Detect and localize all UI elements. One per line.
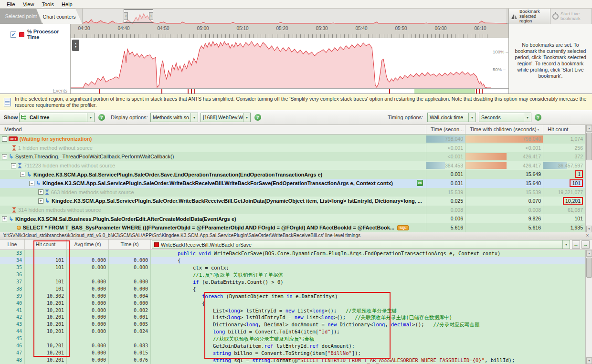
code-line[interactable]: 381010.0000.000{ [0, 286, 585, 293]
show-dropdown-arrow-icon[interactable]: ▼ [87, 113, 94, 122]
code-line[interactable]: 4810,2010.0000.076string sql = string.Fo… [0, 357, 585, 364]
expand-icon[interactable]: + [38, 189, 43, 195]
call-tree-row[interactable]: +↳Kingdee.K3.SCM.Sal.Business.PlugIn.Sal… [0, 214, 585, 223]
source-scroll-up-icon[interactable]: ▲ [586, 250, 592, 257]
bookmark-selected-region-button[interactable]: Bookmark selected region [509, 9, 550, 24]
source-column-header-line[interactable]: Line [0, 239, 25, 250]
line-number: 40 [0, 300, 25, 307]
code-line[interactable]: 371010.0000.000if (e.DataEntitys.Count()… [0, 279, 585, 286]
line-number: 39 [0, 293, 25, 300]
selection-right-handle[interactable]: › [149, 12, 153, 20]
code-line[interactable]: 33public void WriteBackForSave(BOS.Core.… [0, 250, 585, 257]
timeline-overview[interactable]: ‹ › [82, 9, 506, 24]
tab-chart-counters[interactable]: Chart counters [36, 9, 82, 24]
call-tree-row[interactable]: −↳Kingdee.K3.SCM.App.Sal.ServicePlugIn.S… [0, 179, 585, 188]
timing-unit-value: Seconds [479, 114, 524, 120]
code-line[interactable]: 4610,2010.0000.083GetJoinData(item,ref l… [0, 343, 585, 350]
method-selector-dropdown[interactable]: WriteBackReceiveBill.WriteBackForSave ▼ [152, 240, 570, 249]
annotation-box-hit-value: 1 [575, 170, 583, 178]
display-methods-arrow-icon[interactable]: ▼ [190, 113, 198, 122]
code-line[interactable]: 36//1.反写收款单 关联销售订单子单据体 [0, 271, 585, 279]
menu-help[interactable]: Help [58, 1, 76, 8]
timing-unit-arrow-icon[interactable]: ▼ [524, 113, 531, 122]
show-dropdown[interactable]: Call tree ▼ [19, 113, 95, 122]
sort-descending-icon: ▼ [537, 126, 540, 131]
code-line[interactable]: 4310,2010.0000.005Dictionary<long, Decim… [0, 321, 585, 328]
cpu-chart-plot[interactable]: ▲▼ [71, 38, 491, 88]
help-icon-2[interactable]: ? [254, 114, 261, 121]
timeline-legend-pane: ✔ % Processor Time Events [0, 24, 71, 94]
collapse-icon[interactable]: − [11, 163, 16, 168]
line-number: 34 [0, 257, 25, 264]
call-tree-row[interactable]: −↳Kingdee.K3.SCM.App.Sal.ServicePlugIn.S… [0, 170, 585, 179]
line-avg-time: 0.000 [67, 328, 109, 335]
call-tree-scroll-thumb[interactable] [586, 133, 592, 160]
line-number: 47 [0, 350, 25, 357]
time-tick-label: 04:50 [157, 26, 169, 31]
code-line[interactable]: 4210,2010.0000.001List<long> lstOldEntry… [0, 314, 585, 321]
source-scrollbar[interactable]: ▲ ▼ [585, 250, 592, 364]
column-header-time-with-children[interactable]: Time with children (seconds)▼ [465, 125, 543, 134]
source-scroll-thumb[interactable] [586, 258, 592, 278]
call-tree-row[interactable]: −↳System.Threading._ThreadPoolWaitCallba… [0, 152, 585, 161]
display-process-dropdown[interactable]: [1688] WebDev.W... ▼ [201, 113, 251, 122]
expand-icon[interactable]: + [38, 198, 43, 204]
menu-tools[interactable]: Tools [38, 1, 58, 8]
timing-mode-dropdown[interactable]: Wall-clock time ▼ [427, 113, 476, 122]
source-column-header-avg-time-s-[interactable]: Avg time (s) [67, 239, 109, 250]
timing-mode-arrow-icon[interactable]: ▼ [468, 113, 476, 122]
scroll-down-icon[interactable]: ▼ [586, 226, 592, 232]
selection-left-handle[interactable]: ‹ [124, 12, 128, 20]
close-icon[interactable]: × [584, 233, 591, 239]
tab-selected-point[interactable]: Selected point [0, 9, 42, 24]
collapse-icon[interactable]: − [2, 136, 7, 142]
source-scroll-down-icon[interactable]: ▼ [586, 357, 592, 364]
scroll-up-icon[interactable]: ▲ [586, 125, 592, 132]
line-number: 44 [0, 328, 25, 335]
call-tree-scrollbar[interactable]: ▲ ▼ [585, 125, 592, 232]
collapse-icon[interactable]: − [29, 181, 34, 186]
display-process-arrow-icon[interactable]: ▼ [243, 113, 250, 122]
column-header-hit-count[interactable]: Hit count [543, 125, 585, 134]
source-column-header-hit-count[interactable]: Hit count [25, 239, 67, 250]
help-icon-3[interactable]: ? [535, 114, 541, 121]
next-method-icon[interactable]: → [581, 240, 590, 249]
code-line[interactable]: 341010.0000.000{ [0, 257, 585, 264]
code-line[interactable]: 4010,2010.0000.000{ [0, 300, 585, 307]
line-hit-count: 10,201 [25, 321, 67, 328]
column-header-method[interactable]: Method [0, 125, 426, 134]
collapse-icon[interactable]: − [2, 154, 7, 159]
column-header-time[interactable]: Time (secon... [426, 125, 465, 134]
method-name: (Waiting for synchronization) [20, 136, 92, 142]
code-line[interactable]: 4110,2010.0000.002List<long> lstEntryId … [0, 307, 585, 314]
call-tree-row[interactable]: SELECT * FROM T_BAS_SysParameter WHERE (… [0, 223, 585, 232]
vertical-zoom-control[interactable]: ▲▼ [72, 40, 79, 51]
code-line[interactable]: 4710,2010.0000.015string billno = Conver… [0, 350, 585, 357]
collapse-icon[interactable]: − [20, 172, 25, 177]
code-line[interactable]: 3910,3020.0000.004foreach (DynamicObject… [0, 293, 585, 300]
call-tree-row[interactable]: +663 hidden methods without source15.539… [0, 188, 585, 197]
line-time: 0.004 [109, 293, 151, 300]
menu-file[interactable]: File [3, 1, 19, 8]
timing-unit-dropdown[interactable]: Seconds ▼ [479, 113, 531, 122]
code-text: List<long> lstOldEntryId = new List<long… [151, 314, 585, 321]
overview-selection-window[interactable]: ‹ › [124, 9, 153, 23]
method-selector-arrow-icon[interactable]: ▼ [562, 240, 570, 249]
line-time: 0.000 [109, 257, 151, 264]
call-tree-row[interactable]: +↳Kingdee.K3.SCM.App.Sal.ServicePlugIn.S… [0, 197, 585, 206]
source-column-header-time-s-[interactable]: Time (s) [109, 239, 151, 250]
timeline-chart[interactable]: 04:3004:4004:5005:0005:1005:2005:3005:40… [71, 24, 508, 94]
call-tree-row[interactable]: 1 hidden method without source<0.001<0.0… [0, 144, 585, 153]
help-icon[interactable]: ? [98, 114, 105, 121]
code-line[interactable]: 351010.0000.000ctx = contx; [0, 264, 585, 271]
expand-icon[interactable]: + [2, 216, 7, 221]
display-methods-dropdown[interactable]: Methods with so... ▼ [150, 113, 198, 122]
call-tree-row[interactable]: 314 hidden methods without source0.0080.… [0, 206, 585, 215]
code-line[interactable]: 4410,2010.0000.024long billId = Convert.… [0, 328, 585, 335]
call-tree-row[interactable]: −711223 hidden methods without source384… [0, 161, 585, 170]
code-line[interactable]: 45//获取关联预收单的分录主键及对应反写金额 [0, 335, 585, 343]
processor-time-checkbox[interactable]: ✔ [11, 31, 16, 38]
call-tree-row[interactable]: −HOT(Waiting for synchronization)798.040… [0, 135, 585, 144]
previous-method-icon[interactable]: ← [572, 240, 580, 249]
menu-view[interactable]: View [19, 1, 38, 8]
